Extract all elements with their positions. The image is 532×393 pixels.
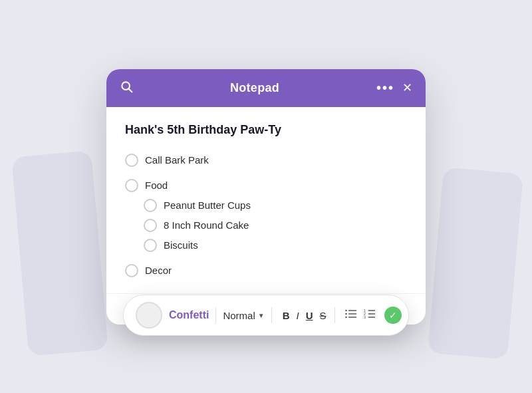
header-right: ••• ✕ xyxy=(376,80,412,96)
divider xyxy=(334,307,335,323)
list-item[interactable]: 8 Inch Round Cake xyxy=(125,215,407,235)
checkbox-food[interactable] xyxy=(125,179,138,192)
svg-point-6 xyxy=(345,313,347,315)
more-options-icon[interactable]: ••• xyxy=(376,80,394,96)
list-item[interactable]: Peanut Butter Cups xyxy=(125,196,407,215)
list-item[interactable]: Biscuits xyxy=(125,235,407,255)
header: Notepad ••• ✕ xyxy=(106,69,426,107)
header-left xyxy=(120,80,133,96)
checkmark-icon: ✓ xyxy=(389,310,397,321)
confirm-button[interactable]: ✓ xyxy=(384,307,402,324)
format-buttons: B I U S xyxy=(281,310,328,321)
bold-button[interactable]: B xyxy=(281,310,291,321)
shadow-right xyxy=(428,167,523,359)
checkbox-decor[interactable] xyxy=(125,264,138,277)
item-text-call-bark-park: Call Bark Park xyxy=(145,154,209,166)
numbered-list-icon[interactable]: 1 2 3 xyxy=(363,307,376,324)
checkbox-8-inch-round-cake[interactable] xyxy=(144,219,157,232)
italic-button[interactable]: I xyxy=(295,310,301,321)
strikethrough-button[interactable]: S xyxy=(319,310,328,321)
bullet-list-icon[interactable] xyxy=(344,307,358,324)
header-title: Notepad xyxy=(230,81,279,95)
note-content: Hank's 5th Birthday Paw-Ty Call Bark Par… xyxy=(106,107,426,293)
list-icons: 1 2 3 xyxy=(344,307,376,324)
app-container: Notepad ••• ✕ Hank's 5th Birthday Paw-Ty… xyxy=(0,0,532,393)
checkbox-biscuits[interactable] xyxy=(144,239,157,252)
format-label: Confetti xyxy=(169,309,209,321)
list-item[interactable]: Decor xyxy=(125,261,407,281)
item-text-biscuits: Biscuits xyxy=(164,239,198,251)
svg-point-5 xyxy=(345,309,347,311)
format-style-text: Normal xyxy=(223,310,255,321)
item-text-food: Food xyxy=(145,180,168,191)
divider xyxy=(215,307,216,323)
format-avatar xyxy=(136,302,162,328)
svg-text:3: 3 xyxy=(363,315,365,319)
format-bar: Confetti Normal ▼ B I U S xyxy=(123,295,409,336)
item-text-8-inch-round-cake: 8 Inch Round Cake xyxy=(164,219,249,231)
list-item[interactable]: Call Bark Park xyxy=(125,150,407,170)
divider xyxy=(271,307,272,323)
close-icon[interactable]: ✕ xyxy=(402,80,412,95)
shadow-left xyxy=(11,150,108,356)
item-text-peanut-butter-cups: Peanut Butter Cups xyxy=(164,199,251,211)
svg-line-1 xyxy=(129,88,132,92)
checkbox-peanut-butter-cups[interactable] xyxy=(144,199,157,212)
format-style-dropdown[interactable]: Normal ▼ xyxy=(223,310,264,321)
search-icon[interactable] xyxy=(120,80,133,96)
checkbox-call-bark-park[interactable] xyxy=(125,154,138,167)
dropdown-arrow-icon: ▼ xyxy=(258,312,265,319)
item-text-decor: Decor xyxy=(145,265,172,276)
underline-button[interactable]: U xyxy=(305,310,315,321)
svg-point-7 xyxy=(345,316,347,318)
list-item[interactable]: Food xyxy=(125,176,407,196)
notepad-window: Notepad ••• ✕ Hank's 5th Birthday Paw-Ty… xyxy=(106,69,426,325)
note-title: Hank's 5th Birthday Paw-Ty xyxy=(125,123,407,137)
